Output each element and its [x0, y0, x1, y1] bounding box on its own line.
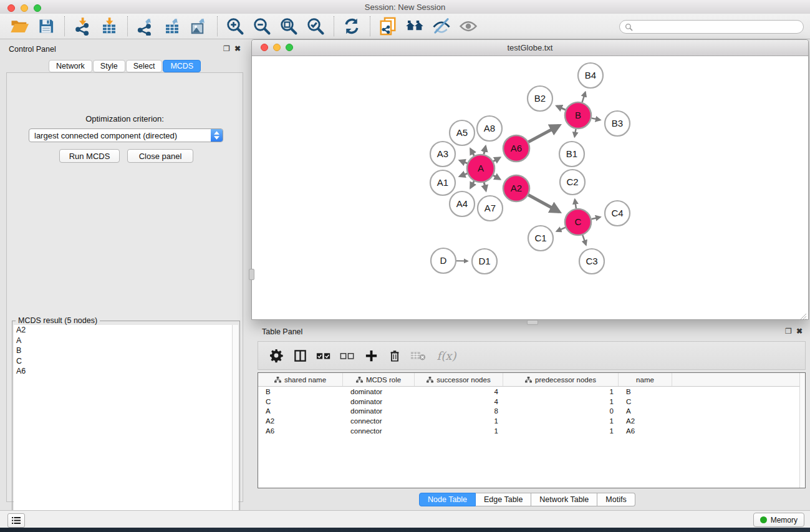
table-cell[interactable]: A2 [619, 417, 672, 425]
show-columns-icon[interactable] [291, 346, 309, 365]
graph-node-B1[interactable]: B1 [559, 142, 584, 167]
tab-network[interactable]: Network [49, 60, 92, 72]
float-panel-icon[interactable]: ❐ [223, 45, 230, 52]
table-cell[interactable]: B [258, 388, 343, 395]
column-header-MCDS-role[interactable]: MCDS role [343, 373, 415, 386]
graph-edge-B-B2[interactable] [557, 106, 566, 110]
show-all-nodes-icon[interactable] [404, 16, 425, 37]
mcds-result-item[interactable]: A2 [14, 325, 233, 336]
graph-node-B2[interactable]: B2 [528, 86, 552, 111]
graph-edge-A2-C[interactable] [528, 195, 559, 212]
graph-node-C[interactable]: C [565, 209, 591, 235]
table-cell[interactable]: dominator [343, 388, 415, 395]
graph-node-A6[interactable]: A6 [503, 135, 529, 162]
table-cell[interactable]: 1 [503, 427, 619, 435]
table-cell[interactable]: connector [343, 427, 415, 435]
graph-edge-A-A1[interactable] [460, 173, 467, 177]
table-cell[interactable]: B [619, 388, 672, 395]
graph-node-B[interactable]: B [565, 102, 591, 128]
graph-node-A[interactable]: A [467, 155, 494, 182]
mcds-result-item[interactable]: A6 [14, 366, 233, 377]
graph-node-A3[interactable]: A3 [430, 142, 455, 167]
export-image-icon[interactable] [188, 16, 210, 37]
graph-edge-A-A6[interactable] [493, 158, 500, 162]
graph-node-A2[interactable]: A2 [503, 175, 529, 201]
close-table-panel-icon[interactable]: ✖ [796, 327, 803, 335]
table-cell[interactable]: 1 [415, 417, 503, 425]
tab-network-table[interactable]: Network Table [531, 493, 597, 506]
table-cell[interactable]: 1 [503, 398, 619, 405]
create-column-icon[interactable] [362, 346, 380, 365]
table-row[interactable]: Bdominator41B [258, 387, 805, 397]
graph-node-C1[interactable]: C1 [528, 226, 553, 251]
export-network-icon[interactable] [135, 16, 156, 37]
run-mcds-button[interactable]: Run MCDS [59, 149, 120, 163]
mcds-list-scrollbar[interactable] [232, 325, 238, 528]
graph-edge-B-B4[interactable] [582, 92, 586, 102]
export-table-icon[interactable] [162, 16, 183, 37]
table-cell[interactable]: A [619, 407, 672, 415]
table-cell[interactable]: C [258, 398, 343, 405]
network-canvas[interactable]: AA6A2BCA5A8A3A1A4A7B4B2B3B1C2C4C1C3DD1 [253, 56, 808, 319]
table-cell[interactable]: 1 [503, 417, 619, 425]
mcds-result-item[interactable]: B [14, 346, 233, 356]
new-network-from-selection-icon[interactable] [377, 16, 398, 37]
table-cell[interactable]: C [619, 398, 672, 405]
delete-columns-icon[interactable] [385, 346, 404, 365]
optimization-criterion-select[interactable]: largest connected component (directed) [29, 128, 223, 142]
zoom-fit-icon[interactable] [278, 16, 299, 37]
graph-node-A5[interactable]: A5 [450, 120, 475, 145]
graph-node-C4[interactable]: C4 [605, 201, 630, 226]
graph-node-B4[interactable]: B4 [578, 63, 603, 88]
graph-node-A7[interactable]: A7 [478, 196, 503, 221]
column-header-shared-name[interactable]: shared name [258, 373, 343, 386]
graph-node-C2[interactable]: C2 [560, 170, 585, 195]
table-cell[interactable]: 1 [415, 427, 503, 435]
zoom-out-icon[interactable] [251, 16, 272, 37]
float-table-panel-icon[interactable]: ❐ [785, 327, 792, 335]
column-header-predecessor-nodes[interactable]: predecessor nodes [503, 373, 619, 386]
table-cell[interactable]: A6 [258, 427, 343, 435]
table-row[interactable]: A2connector11A2 [258, 416, 805, 426]
table-cell[interactable]: 4 [415, 388, 503, 395]
close-panel-button[interactable]: Close panel [127, 149, 193, 163]
graph-edge-C-C1[interactable] [557, 228, 566, 231]
graph-node-D1[interactable]: D1 [472, 249, 497, 274]
graph-edge-B-B3[interactable] [592, 118, 600, 120]
graph-edge-A6-B[interactable] [528, 125, 559, 142]
graph-node-A8[interactable]: A8 [477, 116, 502, 141]
table-row[interactable]: Adominator80A [258, 407, 805, 417]
save-session-icon[interactable] [36, 16, 57, 37]
tab-style[interactable]: Style [93, 60, 125, 72]
unselect-all-columns-icon[interactable] [338, 346, 357, 365]
tab-node-table[interactable]: Node Table [419, 493, 476, 506]
graph-node-A1[interactable]: A1 [430, 170, 455, 195]
table-row[interactable]: A6connector11A6 [258, 426, 805, 436]
table-row[interactable]: Cdominator41C [258, 397, 805, 407]
open-session-icon[interactable] [9, 16, 30, 37]
table-cell[interactable]: A2 [258, 417, 343, 425]
import-table-icon[interactable] [99, 16, 120, 37]
graph-edge-C-C2[interactable] [575, 200, 576, 208]
graph-edge-A-A4[interactable] [471, 181, 475, 188]
search-input[interactable] [633, 22, 791, 32]
refresh-icon[interactable] [341, 16, 362, 37]
zoom-selected-icon[interactable] [305, 16, 326, 37]
task-history-button[interactable] [7, 513, 25, 528]
column-header-successor-nodes[interactable]: successor nodes [415, 373, 503, 386]
zoom-in-icon[interactable] [224, 16, 246, 37]
close-panel-icon[interactable]: ✖ [234, 45, 241, 52]
graph-edge-A-A7[interactable] [484, 182, 486, 190]
table-cell[interactable]: 0 [503, 407, 619, 415]
table-cell[interactable]: 4 [415, 398, 503, 405]
graph-edge-C-C3[interactable] [582, 235, 586, 245]
table-cell[interactable]: 8 [415, 407, 503, 415]
network-vertical-scrollbar-thumb[interactable] [249, 269, 254, 280]
table-cell[interactable]: 1 [503, 388, 619, 395]
mcds-result-item[interactable]: C [14, 356, 233, 367]
show-hidden-icon[interactable] [458, 16, 479, 37]
tab-edge-table[interactable]: Edge Table [476, 493, 531, 506]
tab-select[interactable]: Select [126, 60, 163, 72]
table-cell[interactable]: A [258, 407, 343, 415]
table-settings-icon[interactable] [267, 346, 286, 365]
